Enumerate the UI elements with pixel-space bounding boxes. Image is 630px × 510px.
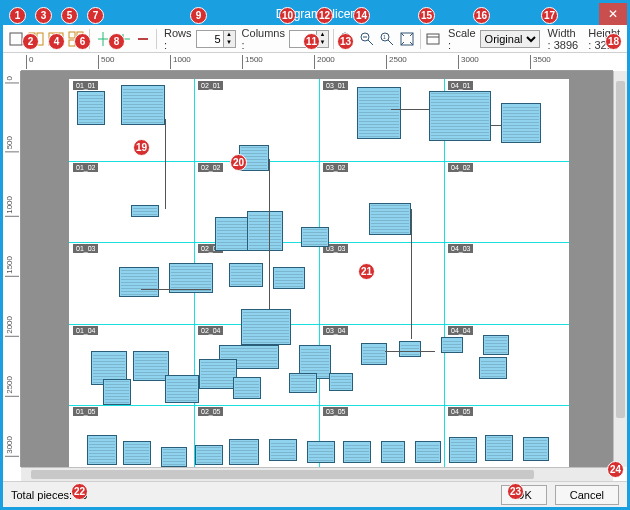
svg-rect-9 <box>77 40 83 46</box>
svg-rect-1 <box>29 33 35 45</box>
columns-spinner[interactable]: ▲▼ <box>289 30 329 48</box>
toolbar-separator <box>333 29 334 49</box>
preview-toggle-button[interactable] <box>424 28 442 50</box>
cell-label: 01_04 <box>73 326 98 335</box>
cell-label: 03_04 <box>323 326 348 335</box>
diagram-node[interactable] <box>87 435 117 465</box>
ruler-horizontal: 0500100015002000250030003500 <box>21 53 613 71</box>
scale-select[interactable]: Original <box>480 30 540 48</box>
svg-rect-3 <box>49 33 53 45</box>
diagram-node[interactable] <box>381 441 405 463</box>
diagram-node[interactable] <box>123 441 151 465</box>
diagram-node[interactable] <box>121 85 165 125</box>
close-button[interactable]: ✕ <box>599 3 627 25</box>
diagram-node[interactable] <box>429 91 491 141</box>
select-tool-button[interactable] <box>7 28 25 50</box>
cancel-button[interactable]: Cancel <box>555 485 619 505</box>
scrollbar-vertical[interactable] <box>613 71 627 467</box>
zoom-out-button[interactable] <box>358 28 376 50</box>
height-info: Height : 3216 <box>588 27 623 51</box>
cell-label: 04_03 <box>448 244 473 253</box>
zoom-in-button[interactable] <box>338 28 356 50</box>
diagram-node[interactable] <box>195 445 223 465</box>
diagram-node[interactable] <box>361 343 387 365</box>
cell-label: 03_01 <box>323 81 348 90</box>
ruler-vertical: 050010001500200025003000 <box>3 71 21 467</box>
diagram-node[interactable] <box>241 309 291 345</box>
width-info: Width : 3896 <box>548 27 581 51</box>
diagram-node[interactable] <box>199 359 237 389</box>
grid-2col-button[interactable] <box>27 28 45 50</box>
total-pieces-label: Total pieces: 20 <box>11 489 87 501</box>
scrollbar-horizontal[interactable] <box>21 467 613 481</box>
diagram-node[interactable] <box>269 439 297 461</box>
diagram-node[interactable] <box>369 203 411 235</box>
diagram-node[interactable] <box>273 267 305 289</box>
add-slice-h-button[interactable] <box>94 28 112 50</box>
diagram-node[interactable] <box>449 437 477 463</box>
scroll-thumb-v[interactable] <box>616 81 625 418</box>
diagram-node[interactable] <box>501 103 541 143</box>
remove-slice-button[interactable] <box>134 28 152 50</box>
titlebar[interactable]: Diagram Slicer ✕ <box>3 3 627 25</box>
cell-label: 03_05 <box>323 407 348 416</box>
columns-input[interactable] <box>290 31 316 47</box>
diagram-node[interactable] <box>103 379 131 405</box>
diagram-node[interactable] <box>483 335 509 355</box>
content-area: 0500100015002000250030003500 05001000150… <box>3 53 627 481</box>
cell-label: 02_01 <box>198 81 223 90</box>
cell-label: 03_02 <box>323 163 348 172</box>
diagram-node[interactable] <box>301 227 329 247</box>
diagram-node[interactable] <box>161 447 187 467</box>
diagram-node[interactable] <box>165 375 199 403</box>
diagram-node[interactable] <box>307 441 335 463</box>
svg-rect-2 <box>37 33 43 45</box>
cell-label: 04_04 <box>448 326 473 335</box>
diagram-node[interactable] <box>441 337 463 353</box>
diagram-node[interactable] <box>229 439 259 465</box>
svg-text:1: 1 <box>383 34 386 40</box>
scale-label: Scale : <box>448 27 476 51</box>
diagram-node[interactable] <box>523 437 549 461</box>
diagram-node[interactable] <box>133 351 169 381</box>
columns-label: Columns : <box>242 27 285 51</box>
diagram-node[interactable] <box>247 211 283 251</box>
grid-4cell-button[interactable] <box>67 28 85 50</box>
window-title: Diagram Slicer <box>276 7 355 21</box>
scroll-thumb-h[interactable] <box>31 470 534 479</box>
rows-input[interactable] <box>197 31 223 47</box>
diagram-node[interactable] <box>415 441 441 463</box>
diagram-node[interactable] <box>119 267 159 297</box>
svg-rect-6 <box>69 32 75 38</box>
ok-button[interactable]: OK <box>501 485 547 505</box>
zoom-actual-button[interactable]: 1 <box>378 28 396 50</box>
diagram-node[interactable] <box>399 341 421 357</box>
diagram-node[interactable] <box>239 145 269 171</box>
diagram-node[interactable] <box>229 263 263 287</box>
add-slice-v-button[interactable] <box>114 28 132 50</box>
zoom-fit-button[interactable] <box>398 28 416 50</box>
toolbar: Rows : ▲▼ Columns : ▲▼ 1 Scale : Origina… <box>3 25 627 53</box>
svg-rect-5 <box>59 33 63 45</box>
toolbar-separator <box>156 29 157 49</box>
svg-rect-4 <box>54 33 58 45</box>
diagram-node[interactable] <box>329 373 353 391</box>
diagram-node[interactable] <box>357 87 401 139</box>
cols-up[interactable]: ▲ <box>316 31 328 39</box>
diagram-node[interactable] <box>343 441 371 463</box>
rows-up[interactable]: ▲ <box>223 31 235 39</box>
diagram-node[interactable] <box>479 357 507 379</box>
diagram-page[interactable]: 01_0102_0103_0104_0101_0202_0203_0204_02… <box>69 79 569 467</box>
diagram-node[interactable] <box>77 91 105 125</box>
diagram-node[interactable] <box>485 435 513 461</box>
diagram-node[interactable] <box>215 217 251 251</box>
rows-spinner[interactable]: ▲▼ <box>196 30 236 48</box>
diagram-node[interactable] <box>289 373 317 393</box>
grid-3col-button[interactable] <box>47 28 65 50</box>
canvas[interactable]: 01_0102_0103_0104_0101_0202_0203_0204_02… <box>21 71 613 467</box>
svg-rect-26 <box>427 34 439 44</box>
diagram-node[interactable] <box>233 377 261 399</box>
diagram-node[interactable] <box>131 205 159 217</box>
cols-down[interactable]: ▼ <box>316 39 328 47</box>
rows-down[interactable]: ▼ <box>223 39 235 47</box>
